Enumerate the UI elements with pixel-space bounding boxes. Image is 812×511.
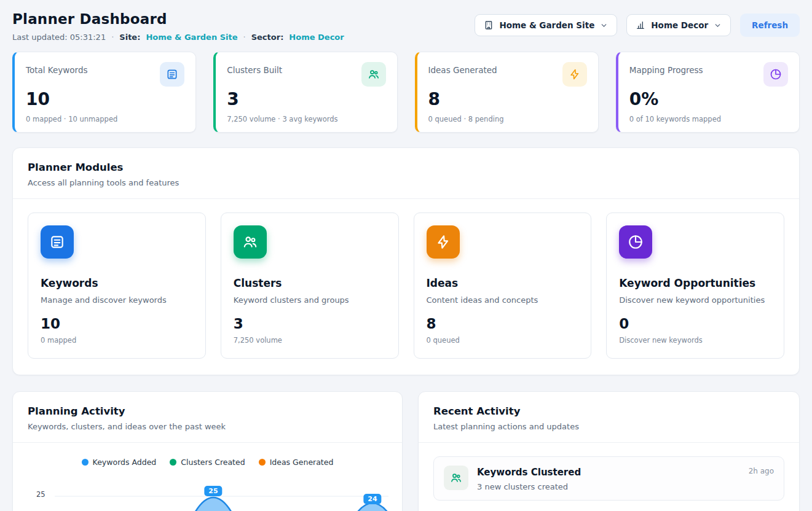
stats-row: Total Keywords 10 0 mapped · 10 unmapped… — [12, 52, 800, 133]
module-description: Content ideas and concepts — [427, 295, 579, 305]
module-value: 8 — [427, 316, 579, 332]
last-updated-text: Last updated: 05:31:21 — [12, 33, 106, 42]
site-selector-dropdown[interactable]: Home & Garden Site — [475, 14, 617, 36]
header-controls: Home & Garden Site Home Decor Refresh — [475, 11, 800, 37]
stat-detail: 0 mapped · 10 unmapped — [26, 115, 184, 123]
recent-activity-panel: Recent Activity Latest planning actions … — [418, 391, 800, 511]
activity-item-keywords-clustered[interactable]: Keywords Clustered 3 new clusters create… — [433, 456, 784, 501]
module-title: Ideas — [427, 277, 579, 289]
separator-dot: · — [111, 33, 114, 42]
refresh-button[interactable]: Refresh — [740, 14, 800, 37]
chevron-down-icon — [714, 21, 722, 29]
bottom-row: Planning Activity Keywords, clusters, an… — [12, 391, 800, 511]
stat-label: Clusters Built — [227, 65, 282, 75]
separator-dot: · — [243, 33, 246, 42]
activity-title: Keywords Clustered — [477, 467, 581, 478]
module-title: Clusters — [234, 277, 386, 289]
site-link[interactable]: Home & Garden Site — [146, 33, 237, 42]
legend-item-clusters-created: Clusters Created — [170, 458, 245, 467]
header: Planner Dashboard Last updated: 05:31:21… — [12, 11, 800, 42]
planning-activity-header: Planning Activity Keywords, clusters, an… — [13, 392, 402, 443]
chevron-down-icon — [600, 21, 608, 29]
stat-card-clusters-built: Clusters Built 3 7,250 volume · 3 avg ke… — [213, 52, 397, 133]
chart-legend: Keywords Added Clusters Created Ideas Ge… — [28, 443, 387, 467]
header-meta: Last updated: 05:31:21 · Site: Home & Ga… — [12, 33, 344, 42]
module-title: Keywords — [41, 277, 193, 289]
module-detail: 0 mapped — [41, 336, 193, 345]
activity-timestamp: 2h ago — [749, 467, 774, 475]
planner-modules-section: Planner Modules Access all planning tool… — [12, 147, 800, 375]
module-detail: 0 queued — [427, 336, 579, 345]
panel-subtitle: Keywords, clusters, and ideas over the p… — [28, 422, 387, 431]
bar-chart-icon — [636, 20, 645, 30]
site-label: Site: — [119, 33, 140, 42]
module-detail: Discover new keywords — [619, 336, 771, 345]
bolt-icon — [562, 62, 587, 87]
module-description: Discover new keyword opportunities — [619, 295, 771, 305]
recent-activity-body: Keywords Clustered 3 new clusters create… — [419, 443, 799, 511]
activity-text: Keywords Clustered 3 new clusters create… — [477, 466, 581, 491]
page-title: Planner Dashboard — [12, 11, 344, 27]
building-icon — [484, 20, 494, 30]
data-point-label: 24 — [363, 494, 381, 504]
pie-chart-icon — [763, 62, 788, 87]
recent-activity-header: Recent Activity Latest planning actions … — [419, 392, 799, 443]
module-card-ideas[interactable]: Ideas Content ideas and concepts 8 0 que… — [414, 213, 592, 359]
data-point-label: 25 — [204, 486, 222, 496]
module-card-clusters[interactable]: Clusters Keyword clusters and groups 3 7… — [221, 213, 399, 359]
legend-dot-orange — [259, 459, 266, 466]
section-title: Planner Modules — [28, 162, 784, 173]
sector-link[interactable]: Home Decor — [289, 33, 344, 42]
stat-value: 0% — [629, 89, 788, 109]
sector-selector-value: Home Decor — [651, 20, 708, 30]
stat-label: Total Keywords — [26, 65, 88, 75]
stat-card-total-keywords: Total Keywords 10 0 mapped · 10 unmapped — [12, 52, 196, 133]
stat-detail: 0 queued · 8 pending — [428, 115, 587, 123]
stat-label: Ideas Generated — [428, 65, 497, 75]
bolt-icon — [427, 225, 460, 259]
modules-grid: Keywords Manage and discover keywords 10… — [13, 199, 799, 359]
planning-activity-chart: 25 25 24 — [28, 478, 387, 511]
stat-detail: 0 of 10 keywords mapped — [629, 115, 788, 123]
module-detail: 7,250 volume — [234, 336, 386, 345]
stat-value: 3 — [227, 89, 385, 109]
legend-label: Keywords Added — [93, 458, 157, 467]
legend-item-keywords-added: Keywords Added — [82, 458, 157, 467]
panel-subtitle: Latest planning actions and updates — [433, 422, 784, 431]
panel-title: Planning Activity — [28, 405, 387, 417]
legend-label: Ideas Generated — [270, 458, 334, 467]
planner-dashboard-page: Planner Dashboard Last updated: 05:31:21… — [0, 0, 812, 511]
module-card-keyword-opportunities[interactable]: Keyword Opportunities Discover new keywo… — [606, 213, 784, 359]
header-left: Planner Dashboard Last updated: 05:31:21… — [12, 11, 344, 42]
module-description: Manage and discover keywords — [41, 295, 193, 305]
module-card-keywords[interactable]: Keywords Manage and discover keywords 10… — [28, 213, 206, 359]
users-icon — [444, 466, 468, 490]
users-icon — [361, 62, 386, 87]
planning-activity-panel: Planning Activity Keywords, clusters, an… — [12, 391, 403, 511]
panel-title: Recent Activity — [433, 405, 784, 417]
section-subtitle: Access all planning tools and features — [28, 178, 784, 187]
stat-value: 8 — [428, 89, 587, 109]
legend-dot-green — [170, 459, 176, 466]
pie-chart-icon — [619, 225, 652, 259]
legend-item-ideas-generated: Ideas Generated — [259, 458, 334, 467]
module-value: 10 — [41, 316, 193, 332]
document-icon — [41, 225, 74, 259]
module-title: Keyword Opportunities — [619, 277, 771, 289]
legend-dot-blue — [82, 459, 89, 466]
planner-modules-header: Planner Modules Access all planning tool… — [13, 148, 799, 199]
users-icon — [234, 225, 267, 259]
planning-activity-body: Keywords Added Clusters Created Ideas Ge… — [13, 443, 402, 511]
stat-label: Mapping Progress — [629, 65, 703, 75]
stat-card-mapping-progress: Mapping Progress 0% 0 of 10 keywords map… — [616, 52, 800, 133]
module-value: 0 — [619, 316, 771, 332]
activity-description: 3 new clusters created — [477, 482, 581, 491]
sector-selector-dropdown[interactable]: Home Decor — [626, 14, 731, 36]
legend-label: Clusters Created — [181, 458, 245, 467]
document-icon — [160, 62, 184, 87]
stat-card-ideas-generated: Ideas Generated 8 0 queued · 8 pending — [415, 52, 599, 133]
module-description: Keyword clusters and groups — [234, 295, 386, 305]
stat-value: 10 — [26, 89, 184, 109]
stat-detail: 7,250 volume · 3 avg keywords — [227, 115, 385, 123]
module-value: 3 — [234, 316, 386, 332]
